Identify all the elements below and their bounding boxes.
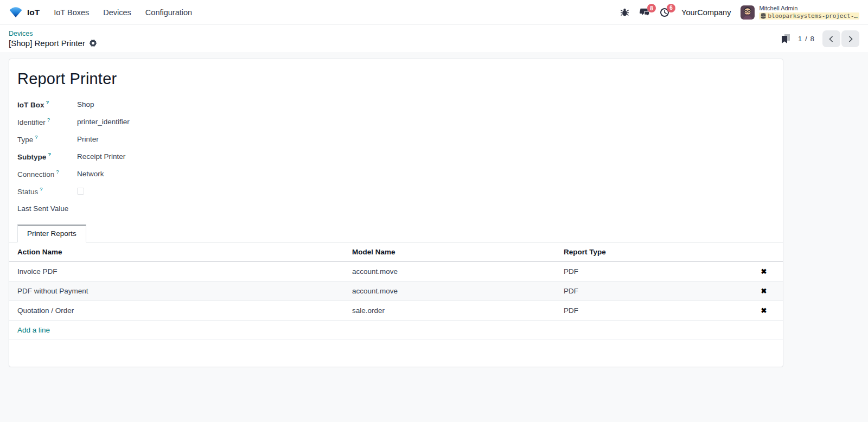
iot-app-icon (9, 7, 23, 18)
menu-iot-boxes[interactable]: IoT Boxes (54, 8, 89, 17)
field-row-type: Type? Printer (9, 130, 783, 148)
field-row-status: Status? (9, 182, 783, 200)
subtype-value[interactable]: Receipt Printer (77, 152, 125, 161)
menu-configuration[interactable]: Configuration (145, 8, 192, 17)
tab-printer-reports[interactable]: Printer Reports (17, 225, 86, 242)
database-name: blooparksystems-project-… (759, 12, 859, 20)
delete-row-icon[interactable]: ✖ (745, 301, 783, 321)
form-sheet: Report Printer IoT Box? Shop Identifier?… (9, 59, 783, 367)
help-icon: ? (35, 134, 37, 140)
cell-report-type[interactable]: PDF (557, 282, 745, 301)
status-label: Status (17, 188, 38, 196)
navbar-systray: 8 6 YourCompany (620, 5, 859, 20)
iot-box-label: IoT Box (17, 101, 44, 109)
user-avatar (741, 5, 755, 20)
help-icon: ? (46, 99, 49, 105)
type-value[interactable]: Printer (77, 135, 99, 143)
field-row-identifier: Identifier? printer_identifier (9, 113, 783, 130)
header-action-name: Action Name (9, 242, 346, 262)
iot-box-value[interactable]: Shop (77, 100, 94, 108)
identifier-label: Identifier (17, 118, 46, 126)
pager-previous-button[interactable] (822, 30, 840, 47)
add-a-line-row: Add a line (9, 321, 783, 340)
cell-report-type[interactable]: PDF (557, 301, 745, 321)
record-title: Report Printer (9, 59, 783, 92)
cell-model-name[interactable]: sale.order (346, 301, 557, 321)
main-navbar: IoT IoT Boxes Devices Configuration 8 (0, 0, 868, 25)
control-panel: Devices [Shop] Report Printer 1 / 8 (0, 25, 868, 53)
database-icon (761, 13, 766, 19)
help-icon: ? (47, 117, 50, 123)
field-group: IoT Box? Shop Identifier? printer_identi… (9, 95, 783, 217)
bookmark-icon[interactable] (781, 34, 790, 44)
table-row[interactable]: Quotation / Order sale.order PDF ✖ (9, 301, 783, 321)
table-row[interactable]: Invoice PDF account.move PDF ✖ (9, 262, 783, 282)
connection-value[interactable]: Network (77, 170, 104, 178)
form-view-container: Report Printer IoT Box? Shop Identifier?… (0, 53, 868, 422)
status-checkbox[interactable] (77, 188, 84, 195)
cell-model-name[interactable]: account.move (346, 262, 557, 282)
cell-action-name[interactable]: Invoice PDF (9, 262, 346, 282)
type-label: Type (17, 136, 33, 144)
cell-model-name[interactable]: account.move (346, 282, 557, 301)
cell-report-type[interactable]: PDF (557, 262, 745, 282)
app-name: IoT (27, 8, 40, 17)
help-icon: ? (56, 169, 59, 175)
action-gear-icon[interactable] (89, 39, 97, 47)
add-a-line-link[interactable]: Add a line (9, 321, 783, 340)
header-report-type: Report Type (557, 242, 745, 262)
cell-action-name[interactable]: Quotation / Order (9, 301, 346, 321)
breadcrumb-devices-link[interactable]: Devices (9, 29, 97, 38)
header-model-name: Model Name (346, 242, 557, 262)
breadcrumb-current-record: [Shop] Report Printer (9, 38, 85, 49)
table-header-row: Action Name Model Name Report Type (9, 242, 783, 262)
debug-bug-icon[interactable] (620, 8, 629, 17)
cell-action-name[interactable]: PDF without Payment (9, 282, 346, 301)
header-delete-column (745, 242, 783, 262)
app-switcher[interactable]: IoT (9, 7, 40, 18)
menu-devices[interactable]: Devices (103, 8, 131, 17)
notebook-tabs: Printer Reports (9, 225, 783, 242)
delete-row-icon[interactable]: ✖ (745, 282, 783, 301)
delete-row-icon[interactable]: ✖ (745, 262, 783, 282)
breadcrumb: Devices [Shop] Report Printer (9, 29, 97, 49)
table-row[interactable]: PDF without Payment account.move PDF ✖ (9, 282, 783, 301)
subtype-label: Subtype (17, 153, 46, 161)
printer-reports-table: Action Name Model Name Report Type Invoi… (9, 242, 783, 340)
pager-area: 1 / 8 (781, 30, 859, 47)
activities-count-badge: 6 (667, 4, 675, 12)
activities-clock-icon[interactable]: 6 (660, 8, 669, 17)
field-row-iot-box: IoT Box? Shop (9, 95, 783, 113)
company-switcher[interactable]: YourCompany (681, 8, 731, 17)
identifier-value[interactable]: printer_identifier (77, 118, 130, 126)
help-icon: ? (48, 151, 51, 157)
field-row-last-sent-value: Last Sent Value (9, 200, 783, 217)
top-menu: IoT Boxes Devices Configuration (54, 8, 192, 17)
messages-icon[interactable]: 8 (639, 8, 650, 17)
user-menu[interactable]: Mitchell Admin blooparksystems-project-… (741, 5, 859, 20)
field-row-subtype: Subtype? Receipt Printer (9, 148, 783, 165)
pager-next-button[interactable] (841, 30, 859, 47)
last-sent-value-label: Last Sent Value (17, 204, 68, 213)
connection-label: Connection (17, 170, 54, 178)
messages-count-badge: 8 (647, 4, 656, 12)
pager-counter[interactable]: 1 / 8 (798, 35, 815, 43)
user-name: Mitchell Admin (759, 5, 859, 12)
field-row-connection: Connection? Network (9, 165, 783, 182)
help-icon: ? (40, 186, 42, 192)
